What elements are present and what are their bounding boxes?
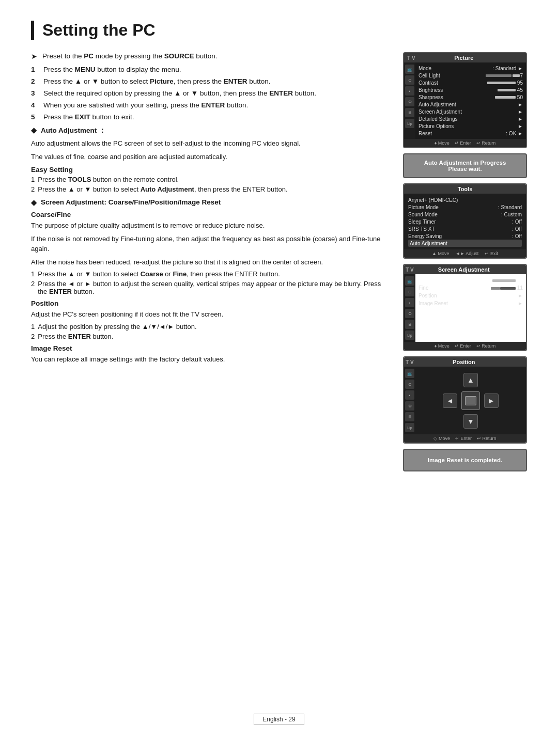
picture-row-options: Picture Options ►	[419, 122, 523, 130]
easy-step-2-num: 2	[31, 185, 35, 193]
coarse-fine-heading: Coarse/Fine	[31, 211, 391, 218]
sa-step-1-num: 1	[31, 270, 35, 278]
tools-row-srs: SRS TS XT : Off	[408, 225, 522, 232]
picture-row-auto-adj-label: Auto Adjustment	[419, 102, 518, 107]
screen-adjustment-section: ◆ Screen Adjustment: Coarse/Fine/Positio…	[31, 198, 391, 364]
step-1-text: Press the MENU button to display the men…	[43, 66, 181, 73]
picture-row-options-label: Picture Options	[419, 123, 518, 129]
picture-row-mode: Mode : Standard ►	[419, 65, 523, 72]
position-header: T V Position	[404, 357, 526, 367]
easy-step-1: 1 Press the TOOLS button on the remote c…	[31, 176, 391, 183]
pos-inner-square	[465, 396, 476, 405]
footer-return: ↩ Return	[476, 140, 496, 146]
image-reset-body: You can replace all image settings with …	[31, 354, 391, 365]
main-layout: ➤ Preset to the PC mode by pressing the …	[31, 52, 527, 471]
screen-adj-panel: T V Screen Adjustment 📺 ⊙ ▪ ⚙ 🖥 Lip	[403, 264, 527, 351]
sa-row-coarse: Coarse 50	[419, 276, 523, 284]
picture-row-brightness-bar: 45	[498, 87, 523, 93]
sa-step-1: 1 Press the ▲ or ▼ button to select Coar…	[31, 270, 391, 278]
picture-row-reset-label: Reset	[419, 131, 506, 136]
step-2: 2 Press the ▲ or ▼ button to select Pict…	[31, 77, 391, 85]
picture-row-screen-adj-arrow: ►	[518, 109, 523, 115]
tv-icon-label: Lip	[405, 119, 414, 128]
step-5-num: 5	[31, 113, 39, 121]
screen-adj-title: Screen Adjustment	[438, 266, 490, 273]
sa-footer-move: ♦ Move	[435, 343, 450, 349]
pos-left-btn[interactable]: ◄	[443, 393, 457, 408]
image-reset-completed-panel: Image Reset is completed.	[403, 449, 527, 471]
left-content: ➤ Preset to the PC mode by pressing the …	[31, 52, 391, 369]
diamond-icon: ◆	[31, 126, 37, 134]
picture-row-brightness: Brightness 45	[419, 86, 523, 93]
position-icons-grid: ▲ ◄ ► ▼	[441, 371, 501, 431]
pos-empty-1	[443, 373, 457, 387]
easy-setting-heading: Easy Setting	[31, 166, 391, 174]
step-5: 5 Press the EXIT button to exit.	[31, 113, 391, 121]
pos-up-btn[interactable]: ▲	[463, 373, 478, 387]
pos-icon-circle: ⊙	[405, 380, 414, 389]
picture-row-brightness-label: Brightness	[419, 87, 498, 93]
picture-row-contrast: Contrast 95	[419, 79, 523, 86]
tools-footer-exit: ↩ Exit	[485, 251, 498, 256]
tv-icon-square: ▪	[405, 86, 414, 96]
sa-fine-label: Fine	[419, 285, 428, 291]
tools-menu-panel: Tools Anynet+ (HDMI-CEC) Picture Mode : …	[403, 183, 527, 259]
tools-picturemode-value: : Standard	[498, 204, 522, 210]
sa-icon-circle: ⊙	[405, 287, 414, 296]
screen-adj-header: T V Screen Adjustment	[404, 265, 526, 274]
step-3-text: Select the required option by pressing t…	[43, 89, 316, 97]
sa-step-2-text: Press the ◄ or ► button to adjust the sc…	[38, 280, 391, 295]
page-title: Setting the PC	[42, 21, 527, 40]
picture-row-sharpness-label: Sharpness	[419, 94, 495, 100]
coarse-fine-body2: If the noise is not removed by Fine-tuni…	[31, 234, 391, 254]
sa-icon-antenna: 📺	[405, 276, 414, 286]
footer-enter: ↵ Enter	[455, 140, 471, 146]
picture-menu-header: T V Picture	[404, 53, 526, 62]
tv-icon-gear: ⚙	[405, 97, 414, 106]
arrow-prefix: ➤	[31, 52, 37, 60]
pos-down-btn[interactable]: ▼	[463, 414, 478, 429]
position-panel: T V Position 📺 ⊙ ▪ ⚙ 🖥 Lip	[403, 356, 527, 444]
tools-row-autoadj: Auto Adjustment	[408, 240, 522, 247]
sa-step-1-text: Press the ▲ or ▼ button to select Coarse…	[38, 270, 280, 278]
step-3: 3 Select the required option by pressing…	[31, 89, 391, 97]
step-1: 1 Press the MENU button to display the m…	[31, 66, 391, 73]
tools-menu-footer: ▲ Move ◄► Adjust ↩ Exit	[404, 249, 526, 258]
right-panels: T V Picture 📺 ⊙ ▪ ⚙ 🖥 Lip M	[403, 52, 527, 471]
coarse-fine-body3: After the noise has been reduced, re-adj…	[31, 257, 391, 267]
sa-coarse-bar: 50	[492, 277, 523, 283]
pos-footer-return: ↩ Return	[477, 436, 497, 441]
image-reset-completed-text: Image Reset is completed.	[428, 457, 502, 463]
picture-row-reset: Reset : OK ►	[419, 130, 523, 137]
pos-step-2-num: 2	[31, 333, 35, 340]
picture-row-mode-label: Mode	[419, 66, 492, 71]
position-arrows-area: ▲ ◄ ► ▼	[415, 367, 526, 434]
step-5-text: Press the EXIT button to exit.	[43, 113, 134, 121]
diamond-icon-2: ◆	[31, 198, 37, 207]
tools-row-energysaving: Energy Saving : Off	[408, 232, 522, 240]
sa-step-2: 2 Press the ◄ or ► button to adjust the …	[31, 280, 391, 295]
tv-icon-antenna: 📺	[405, 65, 414, 74]
position-heading: Position	[31, 300, 391, 307]
picture-row-sharpness-bar: 50	[495, 94, 523, 100]
screen-adj-tv-label: T V	[406, 267, 414, 273]
pos-step-2: 2 Press the ENTER button.	[31, 333, 391, 340]
footer-move: ♦ Move	[435, 140, 450, 146]
pos-icon-monitor: 🖥	[405, 412, 414, 421]
tools-srs-label: SRS TS XT	[408, 226, 435, 232]
picture-row-detailed: Detailed Settings ►	[419, 115, 523, 122]
sa-imagereset-arrow: ►	[518, 301, 523, 306]
tv-label-1: T V	[407, 55, 415, 61]
sa-row-fine: Fine 11	[419, 284, 523, 292]
tv-side-icons-2: 📺 ⊙ ▪ ⚙ 🖥 Lip	[404, 274, 415, 342]
picture-row-auto-adj-arrow: ►	[518, 102, 523, 107]
auto-adjustment-heading: Auto Adjustment ：	[41, 126, 106, 135]
tv-icon-monitor: 🖥	[405, 108, 414, 117]
pos-right-btn[interactable]: ►	[484, 393, 499, 408]
picture-row-celllight: Cell Light 7	[419, 72, 523, 79]
easy-step-1-num: 1	[31, 176, 35, 183]
pos-empty-4	[484, 414, 499, 429]
picture-row-screen-adj: Screen Adjustment ►	[419, 108, 523, 115]
tools-footer-adjust: ◄► Adjust	[456, 251, 479, 256]
picture-row-detailed-arrow: ►	[518, 116, 523, 122]
